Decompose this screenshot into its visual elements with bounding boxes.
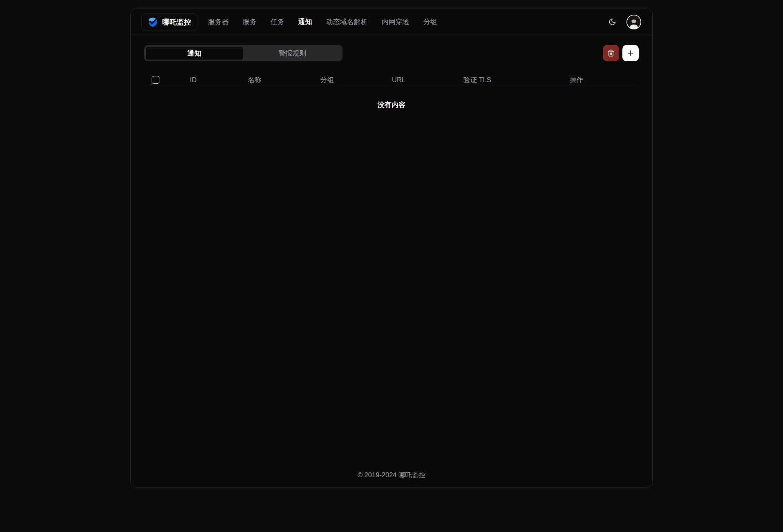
header-cell-select	[144, 76, 175, 84]
nav-item-ddns[interactable]: 动态域名解析	[326, 17, 368, 27]
tab-alert-rules[interactable]: 警报规则	[244, 46, 342, 60]
theme-toggle-button[interactable]	[605, 15, 620, 29]
nav-item-notifications[interactable]: 通知	[298, 17, 312, 27]
copyright-text: © 2019-2024 哪吒监控	[358, 471, 425, 478]
brand-shield-icon	[148, 17, 158, 27]
footer: © 2019-2024 哪吒监控	[144, 471, 639, 487]
nav-item-services[interactable]: 服务	[243, 17, 257, 27]
select-all-checkbox[interactable]	[152, 76, 159, 84]
tabs-list: 通知 警报规则	[144, 45, 342, 61]
table-empty-state: 没有内容	[144, 88, 639, 110]
app-card: 哪吒监控 服务器 服务 任务 通知 动态域名解析 内网穿透 分组	[130, 9, 653, 487]
plus-icon	[626, 49, 635, 57]
table-header-row: ID 名称 分组 URL 验证 TLS 操作	[144, 72, 639, 88]
header-cell-tls: 验证 TLS	[441, 76, 514, 85]
navbar-right	[605, 14, 642, 30]
header-cell-id: ID	[175, 76, 212, 84]
header-cell-url: URL	[357, 76, 441, 84]
trash-icon	[607, 49, 615, 57]
header-cell-group: 分组	[298, 76, 357, 85]
notifications-page: 通知 警报规则	[131, 35, 652, 487]
notifications-table: ID 名称 分组 URL 验证 TLS 操作 没有内容	[144, 72, 639, 110]
tab-notifications[interactable]: 通知	[145, 46, 244, 60]
brand-logo-button[interactable]: 哪吒监控	[141, 13, 197, 31]
empty-state-text: 没有内容	[378, 101, 405, 109]
nav-item-groups[interactable]: 分组	[423, 17, 437, 27]
brand-name: 哪吒监控	[162, 17, 191, 27]
nav-item-nat[interactable]: 内网穿透	[382, 17, 409, 27]
toolbar-actions	[603, 45, 639, 61]
delete-button[interactable]	[603, 45, 619, 61]
header-cell-operations: 操作	[514, 76, 639, 85]
nav-item-tasks[interactable]: 任务	[271, 17, 284, 27]
moon-icon	[609, 18, 616, 26]
toolbar: 通知 警报规则	[144, 45, 639, 61]
nav-item-servers[interactable]: 服务器	[208, 17, 229, 27]
user-avatar	[626, 14, 642, 30]
add-button[interactable]	[622, 45, 639, 61]
user-menu-button[interactable]	[626, 14, 642, 30]
header-cell-name: 名称	[212, 76, 298, 85]
navbar: 哪吒监控 服务器 服务 任务 通知 动态域名解析 内网穿透 分组	[131, 9, 652, 35]
main-nav: 服务器 服务 任务 通知 动态域名解析 内网穿透 分组	[208, 17, 437, 27]
